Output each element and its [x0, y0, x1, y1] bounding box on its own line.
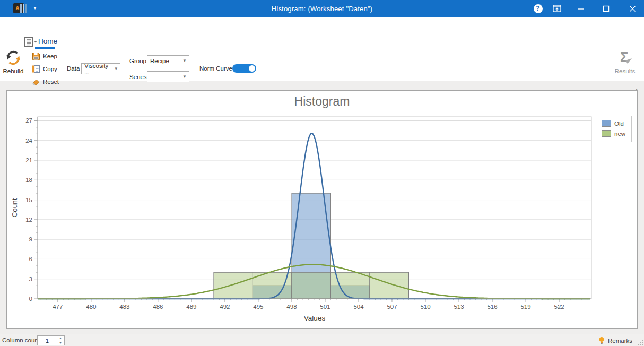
legend-swatch-old [602, 120, 611, 127]
svg-text:492: 492 [220, 304, 230, 310]
chevron-down-icon: ▼ [112, 66, 120, 71]
svg-text:9: 9 [29, 236, 32, 243]
svg-text:483: 483 [119, 304, 129, 310]
remarks-label: Remarks [608, 338, 632, 344]
svg-text:3: 3 [29, 276, 32, 282]
keep-button[interactable]: Keep [32, 51, 57, 62]
svg-text:Count: Count [11, 198, 19, 217]
tab-home-underline [35, 47, 55, 49]
norm-curve-label: Norm Curve [199, 65, 232, 72]
series-combobox[interactable]: ▼ [147, 71, 189, 82]
lightbulb-icon [598, 336, 605, 344]
results-button[interactable]: Σ Results [610, 49, 640, 74]
svg-text:519: 519 [520, 304, 530, 310]
reset-icon [32, 77, 40, 86]
svg-text:516: 516 [487, 304, 497, 310]
copy-icon [32, 65, 40, 73]
window-title: Histogram: (Worksheet "Daten") [0, 0, 644, 17]
rebuild-label: Rebuild [3, 68, 24, 74]
keep-label: Keep [43, 53, 57, 59]
rebuild-button[interactable]: Rebuild [1, 50, 25, 74]
svg-text:522: 522 [554, 304, 564, 310]
svg-text:6: 6 [29, 256, 32, 262]
series-label: Series [129, 74, 147, 80]
svg-text:477: 477 [53, 304, 63, 310]
data-label: Data [67, 65, 80, 72]
close-button[interactable] [621, 0, 644, 17]
svg-text:18: 18 [25, 177, 32, 183]
spin-up-icon[interactable]: ▲ [57, 336, 64, 341]
chevron-down-icon: ▼ [180, 74, 189, 79]
minimize-button[interactable] [569, 0, 593, 17]
group-combobox[interactable]: Recipe ▼ [147, 55, 189, 66]
keep-icon [32, 52, 40, 60]
svg-text:510: 510 [420, 304, 430, 310]
statusbar: Column count ▲ ▼ Remarks [0, 334, 644, 346]
window-arrow-icon [553, 5, 561, 12]
close-icon [629, 5, 636, 12]
column-count-label: Column count [2, 337, 40, 343]
minimize-icon [577, 5, 584, 12]
legend-swatch-new [602, 130, 611, 137]
resize-grip[interactable] [637, 339, 643, 345]
legend-item-old: Old [602, 120, 628, 127]
svg-text:513: 513 [454, 304, 464, 310]
column-count-spinner[interactable]: ▲ ▼ [37, 335, 65, 345]
svg-text:498: 498 [286, 304, 297, 310]
maximize-icon [603, 5, 610, 12]
reset-button[interactable]: Reset [32, 76, 59, 87]
svg-text:15: 15 [25, 197, 32, 203]
group-label: Group [129, 58, 146, 64]
toggle-knob [249, 65, 255, 72]
data-combobox[interactable]: Viscosity ... ▼ [81, 63, 120, 74]
sigma-icon: Σ [616, 49, 634, 66]
column-count-input[interactable] [38, 336, 57, 345]
reset-label: Reset [43, 79, 59, 85]
svg-text:0: 0 [29, 296, 32, 302]
svg-text:504: 504 [353, 304, 364, 310]
svg-text:21: 21 [25, 157, 32, 163]
maximize-button[interactable] [594, 0, 618, 17]
svg-text:Values: Values [304, 314, 326, 322]
help-button[interactable]: ? [529, 0, 546, 17]
rebuild-icon [5, 50, 21, 66]
svg-text:480: 480 [86, 304, 96, 310]
copy-label: Copy [43, 66, 57, 72]
ribbon: Home Rebuild Keep Copy [0, 17, 644, 81]
help-icon: ? [534, 4, 543, 13]
titlebar: Histogram: (Worksheet "Daten") Aτ ▼ ? [0, 0, 644, 17]
svg-text:507: 507 [387, 304, 397, 310]
chart-legend: Old new [597, 116, 632, 142]
quick-access-dropdown-icon[interactable]: ▼ [33, 6, 39, 11]
svg-text:486: 486 [153, 304, 163, 310]
tab-home[interactable]: Home [35, 36, 60, 46]
copy-button[interactable]: Copy [32, 64, 57, 74]
norm-curve-toggle[interactable] [232, 64, 256, 73]
svg-text:501: 501 [320, 304, 330, 310]
legend-label-new: new [614, 131, 625, 137]
spin-down-icon[interactable]: ▼ [57, 341, 64, 345]
svg-text:27: 27 [25, 117, 32, 124]
chart-panel: Histogram 036912151821242747748048348648… [6, 90, 638, 329]
svg-text:12: 12 [25, 217, 32, 223]
data-combobox-value: Viscosity ... [84, 63, 112, 75]
group-combobox-value: Recipe [150, 58, 169, 64]
histogram-plot: 0369121518212427477480483486489492495498… [7, 91, 637, 328]
results-label: Results [615, 68, 635, 74]
svg-text:489: 489 [186, 304, 196, 310]
legend-label-old: Old [614, 120, 624, 127]
svg-text:24: 24 [25, 137, 32, 144]
columns-icon[interactable] [20, 4, 28, 13]
chevron-down-icon: ▼ [180, 58, 189, 63]
ribbon-display-options-button[interactable] [549, 0, 565, 17]
legend-item-new: new [602, 130, 628, 137]
remarks-button[interactable]: Remarks [598, 335, 632, 345]
app-window: { "titlebar": { "title": "Histogram: (Wo… [0, 0, 644, 346]
svg-text:495: 495 [253, 304, 263, 310]
